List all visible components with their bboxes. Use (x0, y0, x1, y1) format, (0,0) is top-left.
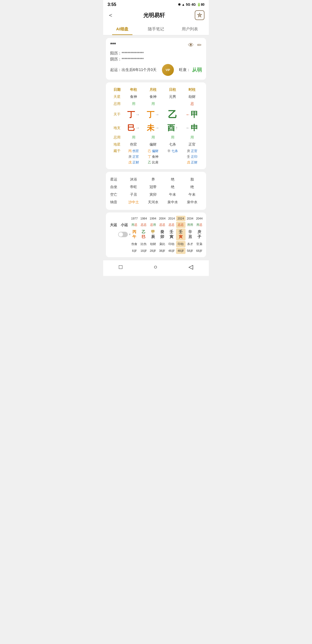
tiangan-shi: ←甲 (182, 110, 202, 119)
dixing-label: 地星 (110, 142, 124, 147)
zizuo-shi: 绝 (182, 185, 202, 189)
edit-icon[interactable]: ✏ (197, 42, 202, 49)
bazi-col-ri: 日柱 (163, 87, 182, 92)
dayun-card: 1977 1984 1994 2004 2014 2024 2034 2044 … (106, 212, 206, 257)
wangshuai-value: 从弱 (192, 67, 202, 73)
dayun-year-2044: 2044 (195, 216, 204, 221)
nav-circle[interactable]: ○ (154, 263, 157, 271)
tiangan-label: 天干 (110, 112, 124, 117)
nayin-shi: 泉中水 (182, 200, 202, 205)
eye-icon[interactable]: 👁 (188, 42, 194, 49)
xingyun-nian: 沐浴 (124, 177, 143, 182)
tianxing-nian: 食神 (124, 94, 143, 99)
yunqi-zizuo: 自坐 帝旺 冠带 绝 绝 (110, 183, 202, 191)
gz-1984: 乙 巳 (139, 228, 148, 240)
bazi-col-date: 日期 (110, 87, 124, 92)
zg-shi-2: 壬正印 (182, 154, 202, 159)
xz-2024: 印劫 (176, 241, 185, 247)
yongdi-shi: 用 (182, 135, 202, 140)
kongwang-yue: 寅卯 (143, 192, 163, 197)
gear-icon (197, 12, 202, 18)
yongdi-label: 忌用 (110, 135, 124, 140)
status-time: 3:55 (108, 2, 116, 7)
yongdi-ri: 用 (163, 135, 182, 140)
xingyun-ri: 绝 (163, 177, 182, 182)
nayin-nian: 沙中土 (124, 200, 143, 205)
dayun-year-2004: 2004 (158, 216, 167, 221)
yongdi-yue: 用 (143, 135, 163, 140)
lunar-date: 阴历：*************** (110, 57, 202, 62)
nayin-label: 纳音 (110, 200, 124, 205)
tab-ai[interactable]: AI细盘 (105, 23, 139, 35)
dizhi-label: 地支 (110, 125, 124, 130)
dayun-label-empty2 (119, 216, 130, 221)
bazi-col-nian: 年柱 (124, 87, 143, 92)
zg-ri-2 (163, 154, 182, 159)
zg-shi-3: 戊正财 (182, 160, 202, 165)
xingyun-yue: 养 (143, 177, 163, 182)
xz-2004: 枭比 (158, 241, 167, 247)
dixing-ri: 七杀 (163, 142, 182, 147)
settings-button[interactable] (195, 10, 204, 20)
age-2034: 58岁 (186, 248, 195, 254)
header: ＜ 光明易轩 (103, 8, 209, 23)
yongji-2034: 用用 (186, 222, 195, 228)
tab-users[interactable]: 用户列表 (173, 23, 207, 35)
xingyun-label: 星运 (110, 177, 124, 182)
tab-notes[interactable]: 随手笔记 (139, 23, 173, 35)
tiangan-yue: 丁→ (143, 110, 163, 119)
qiyun: 起运：出生后6年11个月0天 (110, 67, 157, 72)
page-title: 光明易轩 (143, 12, 165, 19)
dayun-label-empty6 (108, 248, 119, 254)
xz-2034: 杀才 (186, 241, 195, 247)
age-2024: 48岁 (176, 248, 185, 254)
age-2014: 48岁 (167, 248, 176, 254)
wangshuai-label: 旺衰： (179, 67, 190, 72)
solar-date: 阳历：*************** (110, 51, 202, 56)
yunqi-kongwang: 空亡 子丑 寅卯 午未 午未 (110, 191, 202, 198)
yongji-2044: 用忌 (195, 222, 204, 228)
zizuo-label: 自坐 (110, 185, 124, 189)
tianxing-label: 天星 (110, 94, 124, 99)
dixing-shi: 正官 (182, 142, 202, 147)
xiaoyun-label: 小运 (119, 222, 130, 228)
yongdi-row: 忌用 用 用 用 用 (110, 134, 202, 141)
bluetooth-icon: ✱ (178, 3, 181, 7)
bottom-nav: □ ○ ◁ (103, 260, 209, 276)
kongwang-label: 空亡 (110, 192, 124, 197)
yongdi-nian: 用 (124, 135, 143, 140)
zg-yue-3: 乙比肩 (143, 160, 163, 165)
xz-2044: 官枭 (195, 241, 204, 247)
gz-2014: 壬 寅 (167, 228, 176, 240)
nav-back[interactable]: ◁ (188, 263, 193, 271)
tiangan-row: 天干 丁→ 丁→ 乙 ←甲 (110, 107, 202, 122)
gz-2024: 壬 寅 (176, 228, 185, 240)
age-2044: 68岁 (195, 248, 204, 254)
zanggan-row-3: 戊正财 乙比肩 戊正财 (110, 160, 202, 165)
dayun-year-1994: 1994 (148, 216, 158, 221)
dayun-year-2014: 2014 (167, 216, 176, 221)
signal-5g: 5G (186, 3, 190, 7)
dayun-label-empty3 (108, 228, 119, 240)
signal-4g: 4G (191, 3, 196, 7)
dizhi-ri: 酉↑ (163, 123, 182, 133)
dixing-nian: 伤官 (124, 142, 143, 147)
wifi-icon: ▲ (182, 3, 185, 7)
nav-square[interactable]: □ (119, 263, 122, 271)
back-button[interactable]: ＜ (108, 11, 113, 19)
kongwang-nian: 子丑 (124, 192, 143, 197)
yongji-1984: 忌忌 (139, 222, 148, 228)
dixing-row: 地星 伤官 偏财 七杀 正官 (110, 141, 202, 148)
age-1977: 8岁 (130, 248, 139, 254)
zizuo-yue: 冠带 (143, 185, 163, 189)
dayun-year-1977: 1977 (130, 216, 139, 221)
svg-marker-0 (197, 13, 202, 17)
dizhi-nian: 巳→ (124, 123, 143, 133)
user-name: *** (110, 42, 116, 47)
zg-yue-1: 己偏财 (143, 149, 163, 153)
bazi-col-yue: 月柱 (143, 87, 163, 92)
kongwang-shi: 午未 (182, 192, 202, 197)
toggle-switch[interactable] (118, 232, 128, 237)
dixing-yue: 偏财 (143, 142, 163, 147)
zanggan-row-1: 藏干 丙伤官 己偏财 辛七杀 庚正官 (110, 148, 202, 154)
